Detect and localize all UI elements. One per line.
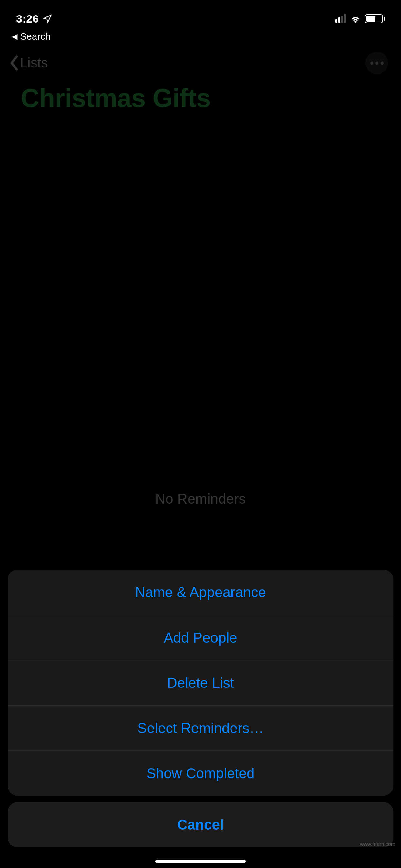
- breadcrumb-back-search[interactable]: ◀ Search: [0, 28, 401, 42]
- nav-bar: Lists: [0, 42, 401, 78]
- status-right: [335, 14, 385, 23]
- dimmed-background: Lists Christmas Gifts No Reminders: [0, 42, 401, 113]
- caret-left-icon: ◀: [11, 33, 18, 40]
- more-options-button[interactable]: [366, 52, 388, 74]
- empty-state-text: No Reminders: [0, 491, 401, 507]
- battery-icon: [365, 14, 385, 23]
- cancel-button[interactable]: Cancel: [8, 802, 393, 847]
- nav-back-label: Lists: [20, 55, 48, 71]
- status-time: 3:26: [16, 12, 39, 25]
- list-title: Christmas Gifts: [0, 78, 401, 113]
- action-sheet-group: Name & Appearance Add People Delete List…: [8, 569, 393, 796]
- watermark-text: www.frfam.com: [360, 841, 395, 847]
- action-name-appearance[interactable]: Name & Appearance: [8, 569, 393, 615]
- status-bar: 3:26: [0, 0, 401, 28]
- dot-icon: [370, 62, 373, 65]
- dot-icon: [381, 62, 383, 65]
- dot-icon: [375, 62, 378, 65]
- breadcrumb-label: Search: [20, 31, 51, 42]
- status-left: 3:26: [16, 12, 52, 25]
- action-sheet-cancel-group: Cancel: [8, 802, 393, 847]
- nav-back-button[interactable]: Lists: [10, 55, 48, 71]
- action-show-completed[interactable]: Show Completed: [8, 750, 393, 796]
- action-sheet: Name & Appearance Add People Delete List…: [0, 569, 401, 868]
- wifi-icon: [350, 14, 361, 23]
- action-add-people[interactable]: Add People: [8, 615, 393, 660]
- action-select-reminders[interactable]: Select Reminders…: [8, 705, 393, 750]
- chevron-left-icon: [10, 55, 19, 71]
- home-indicator[interactable]: [155, 860, 246, 863]
- action-delete-list[interactable]: Delete List: [8, 660, 393, 705]
- cellular-signal-icon: [335, 15, 346, 23]
- location-arrow-icon: [42, 14, 52, 24]
